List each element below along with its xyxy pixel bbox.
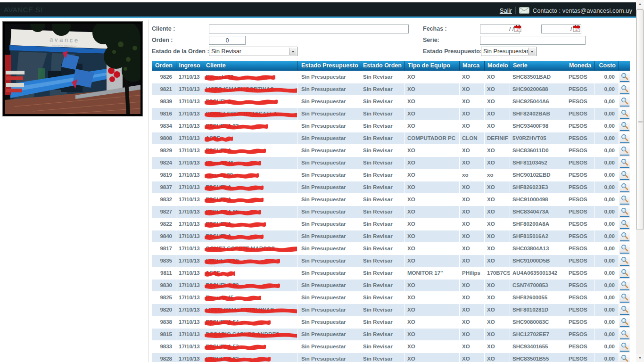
cell-estado-presupuesto: Sin Presupuestar bbox=[297, 304, 359, 316]
table-row: 9817 17/10/13 GOMEZ COPETE,MARCOS Sin Pr… bbox=[152, 243, 630, 255]
cell-marca: XO bbox=[460, 71, 484, 83]
view-order-button[interactable] bbox=[620, 317, 629, 327]
calendar-desde-icon[interactable]: 17 bbox=[514, 25, 521, 32]
cell-actions bbox=[619, 145, 630, 156]
cell-cliente: ESCUELA 52 bbox=[203, 280, 297, 291]
cell-moneda: PESOS bbox=[566, 206, 594, 218]
cell-actions bbox=[619, 218, 630, 230]
view-order-button[interactable] bbox=[620, 329, 629, 339]
view-order-button[interactable] bbox=[620, 97, 629, 107]
view-order-button[interactable] bbox=[620, 305, 629, 315]
view-order-button[interactable] bbox=[620, 158, 629, 168]
cell-moneda: PESOS bbox=[566, 83, 594, 95]
view-order-button[interactable] bbox=[620, 195, 629, 205]
view-order-button[interactable] bbox=[620, 293, 629, 303]
cell-orden: 9839 bbox=[152, 96, 176, 107]
cell-orden: 9830 bbox=[152, 280, 176, 291]
magnifier-icon bbox=[621, 171, 628, 178]
cell-moneda: PESOS bbox=[566, 316, 594, 328]
cell-moneda: PESOS bbox=[566, 255, 594, 267]
view-order-button[interactable] bbox=[620, 280, 629, 290]
cell-ingreso: 17/10/13 bbox=[176, 341, 203, 353]
cell-moneda: PESOS bbox=[566, 267, 594, 279]
view-order-button[interactable] bbox=[620, 256, 629, 266]
cell-estado-presupuesto: Sin Presupuestar bbox=[297, 341, 359, 353]
cell-moneda: PESOS bbox=[566, 145, 594, 156]
cell-serie: SHC91000D5B bbox=[510, 255, 566, 267]
view-order-button[interactable] bbox=[620, 170, 629, 180]
view-order-button[interactable] bbox=[620, 231, 629, 241]
view-order-button[interactable] bbox=[620, 146, 629, 156]
brand-title[interactable]: AVANCE SI bbox=[4, 6, 42, 14]
cell-cliente: Escuela 32 bbox=[203, 71, 297, 83]
magnifier-icon bbox=[621, 354, 628, 362]
cell-cliente: ROSARIO,CARLOS ANDRES bbox=[203, 329, 297, 340]
cliente-input[interactable] bbox=[209, 25, 409, 33]
redaction-scribble bbox=[205, 331, 297, 338]
cell-actions bbox=[619, 132, 630, 144]
cell-tipo-equipo: XO bbox=[405, 292, 459, 304]
cell-estado-orden: Sin Revisar bbox=[359, 218, 405, 230]
calendar-hasta-icon[interactable]: 17 bbox=[573, 25, 580, 32]
cell-tipo-equipo: XO bbox=[405, 108, 459, 120]
table-row: 9816 17/10/13 GOMEZ CORETE, MICAELA Sin … bbox=[152, 108, 630, 120]
cell-costo: 0,00 bbox=[595, 304, 619, 316]
cell-marca: XO bbox=[460, 329, 484, 340]
cell-modelo: XO bbox=[485, 181, 510, 193]
view-order-button[interactable] bbox=[620, 207, 629, 217]
estado-orden-select[interactable]: Sin Revisar ▼ bbox=[209, 47, 297, 56]
cell-ingreso: 17/10/13 bbox=[176, 120, 203, 132]
cell-estado-orden: Sin Revisar bbox=[359, 255, 405, 267]
scrollbar-thumb[interactable] bbox=[636, 9, 644, 230]
view-order-button[interactable] bbox=[620, 84, 629, 94]
cell-modelo: XO bbox=[485, 206, 510, 218]
cell-estado-presupuesto: Sin Presupuestar bbox=[297, 181, 359, 193]
cell-orden: 9821 bbox=[152, 83, 176, 95]
view-order-button[interactable] bbox=[620, 268, 629, 278]
cell-ingreso: 17/10/13 bbox=[176, 267, 203, 279]
orden-input[interactable] bbox=[209, 36, 246, 45]
view-order-button[interactable] bbox=[620, 133, 629, 143]
cell-modelo: XO bbox=[485, 316, 510, 328]
scroll-up-button[interactable]: ▲ bbox=[636, 0, 644, 8]
cell-costo: 0,00 bbox=[595, 292, 619, 304]
view-order-button[interactable] bbox=[620, 121, 629, 131]
cell-costo: 0,00 bbox=[595, 218, 619, 230]
cell-estado-orden: Sin Revisar bbox=[359, 71, 405, 83]
cell-actions bbox=[619, 108, 630, 120]
redaction-scribble bbox=[205, 282, 280, 289]
cell-serie: 5V0RZHVT05 bbox=[510, 132, 566, 144]
redaction-scribble bbox=[205, 172, 259, 179]
view-order-button[interactable] bbox=[620, 354, 629, 362]
logout-link[interactable]: Salir bbox=[500, 7, 512, 14]
cell-moneda: PESOS bbox=[566, 218, 594, 230]
cell-marca: XO bbox=[460, 181, 484, 193]
cell-costo: 0,00 bbox=[595, 267, 619, 279]
cell-estado-presupuesto: Sin Presupuestar bbox=[297, 218, 359, 230]
cell-cliente: ESCUELA bbox=[203, 218, 297, 230]
magnifier-icon bbox=[621, 73, 628, 80]
view-order-button[interactable] bbox=[620, 109, 629, 119]
cell-orden: 9815 bbox=[152, 329, 176, 340]
redaction-scribble bbox=[205, 135, 233, 142]
view-order-button[interactable] bbox=[620, 219, 629, 229]
view-order-button[interactable] bbox=[620, 342, 629, 352]
serie-input[interactable] bbox=[480, 36, 586, 45]
cell-tipo-equipo: XO bbox=[405, 83, 459, 95]
view-order-button[interactable] bbox=[620, 182, 629, 192]
cell-marca: XO bbox=[460, 96, 484, 107]
magnifier-icon bbox=[621, 146, 628, 154]
cell-costo: 0,00 bbox=[595, 181, 619, 193]
cell-costo: 0,00 bbox=[595, 120, 619, 132]
view-order-button[interactable] bbox=[620, 72, 629, 82]
view-order-button[interactable] bbox=[620, 244, 629, 254]
scroll-down-button[interactable]: ▼ bbox=[636, 354, 644, 362]
cell-serie: SHF80200A8A bbox=[510, 218, 566, 230]
cell-estado-orden: Sin Revisar bbox=[359, 157, 405, 169]
cell-moneda: PESOS bbox=[566, 181, 594, 193]
cell-orden: 9832 bbox=[152, 194, 176, 206]
cell-tipo-equipo: XO bbox=[405, 243, 459, 255]
estado-presupuesto-select[interactable]: Sin Presupuestar ▼ bbox=[481, 47, 537, 56]
cell-serie: SHC90102EBD bbox=[510, 169, 566, 181]
cell-serie: SHF81103452 bbox=[510, 157, 566, 169]
